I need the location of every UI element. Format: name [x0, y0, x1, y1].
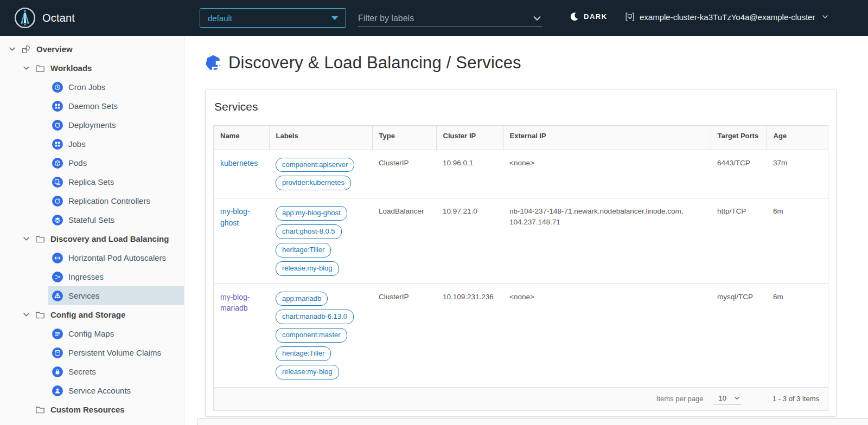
cell-target-ports: mysql/TCP — [711, 284, 767, 387]
sidebar-item-label: Workloads — [50, 63, 92, 73]
sidebar-item-label: Discovery and Load Balancing — [50, 234, 169, 243]
service-link[interactable]: my-blog-mariadb — [220, 293, 250, 313]
chevron-down-icon[interactable] — [23, 65, 30, 72]
label-filter-input[interactable] — [358, 10, 542, 27]
label-pill[interactable]: release:my-blog — [276, 365, 339, 379]
items-per-page-select[interactable]: 10 — [713, 393, 742, 404]
label-pill[interactable]: release:my-blog — [276, 261, 339, 276]
sidebar-nav: Overview Workloads Cron Jobs Daemon Sets… — [0, 36, 184, 425]
sidebar-item-label: Replica Sets — [68, 177, 114, 186]
chevron-down-icon[interactable] — [23, 235, 30, 242]
service-icon — [52, 291, 63, 301]
column-header-cluster-ip: Cluster IP — [436, 126, 503, 150]
column-header-external-ip: External IP — [503, 126, 711, 150]
sidebar-item-secrets[interactable]: Secrets — [48, 362, 184, 381]
namespace-dropdown[interactable]: default — [200, 8, 346, 28]
cluster-context-selector[interactable]: example-cluster-ka3TuTzYo4a@example-clus… — [625, 12, 828, 22]
sidebar-group-discovery-and-load-balancing[interactable]: Discovery and Load Balancing — [18, 229, 184, 248]
cluster-context-value: example-cluster-ka3TuTzYo4a@example-clus… — [640, 12, 815, 22]
dark-mode-label: DARK — [584, 12, 608, 21]
serviceaccount-icon — [52, 385, 63, 396]
sidebar-item-daemon-sets[interactable]: Daemon Sets — [48, 96, 184, 115]
chevron-down-icon — [822, 14, 828, 20]
label-pill[interactable]: chart:mariadb-6.13.0 — [276, 310, 354, 324]
sidebar-item-label: Deployments — [68, 120, 116, 130]
namespace-value: default — [208, 14, 232, 23]
label-pill[interactable]: app:mariadb — [276, 292, 328, 306]
moon-icon — [570, 12, 579, 21]
replication-controller-icon — [52, 196, 63, 207]
folder-icon — [35, 63, 45, 73]
table-row: kubernetes component:apiserver provider:… — [214, 150, 828, 198]
sidebar-item-label: Services — [68, 291, 100, 300]
sidebar-item-service-accounts[interactable]: Service Accounts — [48, 381, 184, 400]
sidebar-item-label: Stateful Sets — [68, 215, 114, 224]
sidebar-item-label: Replication Controllers — [68, 196, 150, 205]
sidebar-item-overview[interactable]: Overview — [4, 40, 184, 59]
folder-icon — [35, 405, 45, 415]
card-title: Services — [214, 100, 828, 113]
pod-icon — [52, 158, 63, 169]
chevron-down-icon[interactable] — [23, 311, 30, 318]
sidebar-item-stateful-sets[interactable]: Stateful Sets — [48, 210, 184, 229]
cell-target-ports: 6443/TCP — [711, 150, 767, 198]
sidebar-group-config-and-storage[interactable]: Config and Storage — [18, 305, 184, 324]
sidebar-item-config-maps[interactable]: Config Maps — [48, 324, 184, 343]
sidebar-item-deployments[interactable]: Deployments — [48, 115, 184, 134]
items-per-page-value: 10 — [719, 394, 726, 402]
label-pill[interactable]: provider:kubernetes — [276, 176, 351, 190]
service-link[interactable]: kubernetes — [220, 159, 258, 168]
services-table: Name Labels Type Cluster IP External IP … — [213, 125, 828, 411]
sidebar-item-ingresses[interactable]: Ingresses — [48, 267, 184, 286]
label-pill[interactable]: component:apiserver — [276, 158, 354, 172]
column-header-age: Age — [767, 126, 828, 150]
sidebar-item-label: Service Accounts — [68, 386, 131, 395]
label-pill[interactable]: heritage:Tiller — [276, 346, 331, 361]
sidebar-item-horizontal-pod-autoscalers[interactable]: Horizontal Pod Autoscalers — [48, 248, 184, 267]
replicaset-icon — [52, 177, 63, 188]
column-header-name: Name — [214, 126, 269, 150]
label-pill[interactable]: chart:ghost-8.0.5 — [276, 224, 342, 239]
cell-age: 37m — [767, 150, 828, 198]
service-link[interactable]: my-blog-ghost — [220, 207, 250, 227]
objects-icon — [21, 44, 31, 54]
table-row: my-blog-mariadb app:mariadb chart:mariad… — [214, 284, 828, 387]
sidebar-item-replica-sets[interactable]: Replica Sets — [48, 172, 184, 191]
sidebar-item-services[interactable]: Services — [48, 286, 184, 305]
label-filter — [358, 10, 542, 27]
label-pill[interactable]: component:master — [276, 328, 347, 343]
cell-age: 6m — [767, 284, 828, 387]
sidebar-item-persistent-volume-claims[interactable]: Persistent Volume Claims — [48, 343, 184, 362]
cronjob-icon — [52, 82, 63, 93]
sidebar-group-workloads[interactable]: Workloads — [18, 59, 184, 78]
cell-external-ip: <none> — [503, 150, 711, 198]
brand: Octant — [14, 7, 75, 29]
daemonset-icon — [52, 101, 63, 112]
cell-cluster-ip: 10.109.231.236 — [436, 284, 503, 387]
sidebar-item-pods[interactable]: Pods — [48, 153, 184, 172]
chevron-down-icon — [734, 395, 740, 401]
cell-external-ip: nb-104-237-148-71.newark.nodebalancer.li… — [503, 198, 711, 284]
sidebar-item-label: Ingresses — [68, 272, 104, 281]
configmap-icon — [52, 329, 63, 339]
sidebar-item-jobs[interactable]: Jobs — [48, 134, 184, 153]
page-title: Discovery & Load Balancing / Services — [228, 53, 521, 73]
column-header-labels: Labels — [269, 126, 372, 150]
app-title: Octant — [42, 12, 75, 24]
statefulset-icon — [52, 215, 63, 226]
cell-type: ClusterIP — [372, 150, 436, 198]
sidebar-item-cron-jobs[interactable]: Cron Jobs — [48, 78, 184, 96]
sidebar-item-label: Horizontal Pod Autoscalers — [68, 253, 166, 262]
octant-logo-icon — [14, 7, 36, 29]
chevron-down-icon[interactable] — [9, 46, 16, 53]
ingress-icon — [52, 272, 63, 282]
sidebar-item-label: Config Maps — [68, 329, 114, 338]
sidebar-item-replication-controllers[interactable]: Replication Controllers — [48, 191, 184, 210]
label-pill[interactable]: app:my-blog-ghost — [276, 206, 347, 221]
sidebar-item-label: Daemon Sets — [68, 101, 118, 111]
label-pill[interactable]: heritage:Tiller — [276, 243, 331, 257]
sidebar-group-custom-resources[interactable]: Custom Resources — [18, 400, 184, 419]
chevron-down-icon[interactable] — [533, 14, 541, 23]
dark-mode-toggle[interactable]: DARK — [570, 12, 608, 21]
cell-cluster-ip: 10.96.0.1 — [436, 150, 503, 198]
